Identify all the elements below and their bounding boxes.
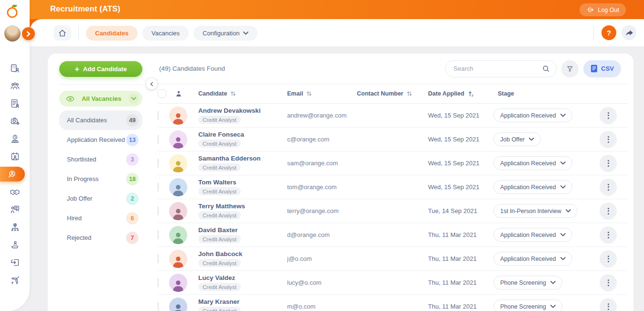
table-body: Andrew Devakowski Credit Analyst andrew@…: [158, 104, 628, 311]
sidebar-item-onboarding[interactable]: [0, 236, 30, 254]
row-checkbox[interactable]: [158, 111, 159, 120]
candidate-name[interactable]: John Babcock: [198, 250, 242, 257]
handshake-icon: [10, 187, 20, 197]
logout-button[interactable]: Log Out: [580, 3, 626, 16]
candidate-avatar: [169, 250, 187, 268]
candidates-card: + Add Candidate All Vacancies All Candid…: [48, 54, 633, 311]
row-checkbox[interactable]: [158, 230, 159, 239]
sidebar-expand-button[interactable]: [22, 27, 35, 40]
filter-count-badge: 2: [126, 193, 139, 205]
candidate-name[interactable]: Claire Fonseca: [198, 131, 244, 138]
row-checkbox[interactable]: [158, 278, 159, 287]
calendar-event-icon: [10, 151, 20, 161]
sidebar-item-travel[interactable]: [0, 271, 30, 289]
stage-dropdown[interactable]: Application Received: [494, 156, 572, 170]
row-checkbox[interactable]: [158, 254, 159, 263]
row-checkbox[interactable]: [158, 135, 159, 144]
sidebar-item-calendar-event[interactable]: [0, 148, 30, 165]
row-checkbox[interactable]: [158, 182, 159, 192]
filter-label: Job Offer: [67, 195, 92, 202]
stage-filter-item[interactable]: Rejected 7: [59, 228, 142, 247]
home-button[interactable]: [54, 25, 71, 41]
add-candidate-button[interactable]: + Add Candidate: [59, 61, 142, 77]
stage-dropdown[interactable]: 1st In-Person Interview: [494, 204, 578, 218]
user-avatar[interactable]: [4, 25, 21, 42]
row-actions-menu-button[interactable]: [600, 155, 617, 172]
candidate-name[interactable]: Terry Matthews: [198, 203, 245, 210]
sidebar-item-org-chart[interactable]: [0, 218, 30, 236]
filter-count-badge: 6: [126, 212, 139, 225]
candidate-avatar: [169, 202, 187, 220]
stage-filter-item[interactable]: Shortlisted 3: [59, 150, 142, 169]
tab-candidates[interactable]: Candidates: [86, 26, 138, 41]
panel-collapse-button[interactable]: [146, 78, 157, 89]
select-all-checkbox[interactable]: [158, 89, 166, 98]
row-actions-menu-button[interactable]: [600, 107, 617, 124]
sidebar-item-camera-settings[interactable]: [0, 112, 30, 130]
row-actions-menu-button[interactable]: [600, 226, 617, 244]
sort-icon[interactable]: [407, 91, 412, 97]
search-icon[interactable]: [542, 64, 550, 73]
tab-configuration[interactable]: Configuration: [193, 26, 258, 41]
help-button[interactable]: ?: [601, 25, 616, 40]
stage-filter-item[interactable]: Application Received 13: [59, 130, 142, 150]
candidate-name[interactable]: Andrew Devakowski: [198, 107, 261, 114]
stage-dropdown[interactable]: Phone Screening: [494, 276, 562, 290]
candidate-email: c@orange.com: [287, 136, 357, 143]
stage-dropdown[interactable]: Phone Screening: [494, 300, 562, 311]
candidate-avatar: [169, 178, 187, 196]
sidebar-item-training[interactable]: [0, 201, 30, 218]
row-checkbox[interactable]: [158, 159, 159, 168]
candidate-name[interactable]: Mary Krasner: [198, 298, 239, 305]
export-csv-button[interactable]: CSV: [583, 60, 621, 77]
row-actions-menu-button[interactable]: [600, 179, 617, 196]
filter-button[interactable]: [561, 60, 579, 77]
row-actions-menu-button[interactable]: [600, 203, 617, 220]
row-checkbox[interactable]: [158, 302, 159, 311]
sidebar-item-offboarding[interactable]: [0, 254, 30, 271]
sidebar-item-employee-directory[interactable]: [0, 59, 30, 77]
candidate-role-tag: Credit Analyst: [198, 163, 241, 172]
stage-filter-item[interactable]: Hired 6: [59, 208, 142, 228]
stage-dropdown[interactable]: Application Received: [494, 252, 572, 266]
sort-ascending-icon[interactable]: 2: [468, 91, 474, 97]
row-actions-menu-button[interactable]: [600, 274, 617, 291]
row-actions-menu-button[interactable]: [600, 298, 617, 311]
stage-dropdown[interactable]: Application Received: [494, 228, 572, 242]
vacancy-filter-dropdown[interactable]: All Vacancies: [59, 91, 142, 107]
recruitment-search-icon: [8, 170, 17, 179]
chevron-left-icon: [150, 82, 153, 86]
stage-filter-item[interactable]: All Candidates 49: [59, 110, 142, 130]
stage-filter-item[interactable]: In Progress 18: [59, 169, 142, 189]
table-row: David Baxter Credit Analyst d@orange.com…: [158, 223, 628, 247]
sidebar-item-attendance-clock[interactable]: [0, 130, 30, 148]
candidate-name[interactable]: Samantha Edderson: [198, 155, 261, 162]
candidate-avatar: [169, 226, 187, 244]
candidate-name[interactable]: Lucy Valdez: [198, 274, 235, 281]
stage-dropdown[interactable]: Application Received: [494, 108, 572, 122]
org-chart-icon: [10, 222, 20, 232]
share-button[interactable]: [622, 25, 636, 40]
stage-dropdown[interactable]: Job Offer: [494, 132, 541, 146]
candidate-name[interactable]: Tom Walters: [198, 179, 236, 186]
table-row: Samantha Edderson Credit Analyst sam@ora…: [158, 151, 628, 175]
app-sidebar: [0, 0, 30, 311]
row-checkbox[interactable]: [158, 206, 159, 215]
row-actions-menu-button[interactable]: [600, 250, 617, 268]
column-label-stage: Stage: [498, 90, 514, 97]
sidebar-item-recruitment[interactable]: [0, 167, 25, 182]
chevron-down-icon: [560, 233, 566, 236]
stage-filter-item[interactable]: Job Offer 2: [59, 189, 142, 208]
sort-icon[interactable]: [230, 91, 236, 97]
search-input[interactable]: [445, 60, 557, 77]
stage-dropdown[interactable]: Application Received: [494, 180, 572, 194]
sort-icon[interactable]: [306, 91, 312, 97]
candidate-date-applied: Tue, 14 Sep 2021: [422, 207, 494, 214]
table-row: Terry Matthews Credit Analyst terry@oran…: [158, 199, 628, 223]
tab-vacancies[interactable]: Vacancies: [142, 26, 189, 41]
sidebar-item-team[interactable]: [0, 77, 30, 95]
sidebar-item-employee-report[interactable]: [0, 95, 30, 112]
sidebar-item-handshake[interactable]: [0, 183, 30, 201]
candidate-name[interactable]: David Baxter: [198, 226, 238, 234]
row-actions-menu-button[interactable]: [600, 131, 617, 148]
